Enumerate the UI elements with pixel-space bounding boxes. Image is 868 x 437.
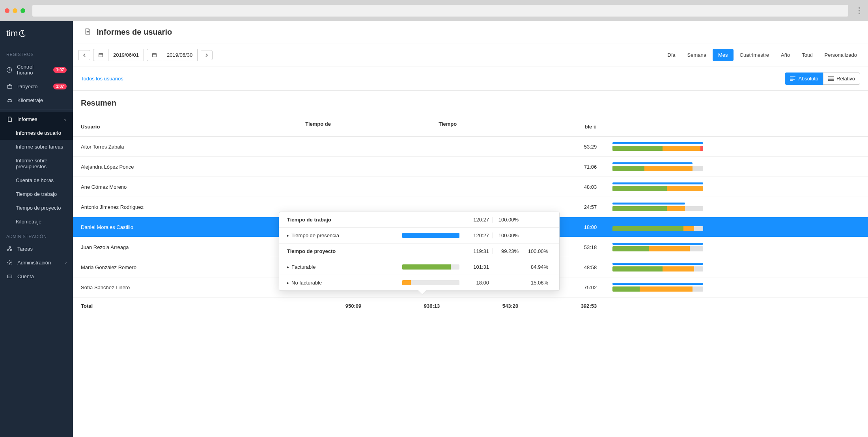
bar-stack (612, 166, 703, 171)
th-chart (605, 117, 868, 137)
browser-menu-icon[interactable] (855, 7, 863, 14)
cell-bars (605, 217, 868, 237)
date-from-picker[interactable] (93, 49, 108, 61)
cell-c5: 71:06 (526, 157, 605, 177)
period-cuatrimestre[interactable]: Cuatrimestre (734, 49, 775, 61)
browser-chrome (0, 0, 868, 21)
sidebar-item-informe-presupuestos[interactable]: Informe sobre presupuestos (0, 154, 73, 173)
date-toolbar: 2019/06/01 2019/06/30 Día Semana Mes Cua… (73, 43, 868, 67)
sidebar-item-tiempo-proyecto[interactable]: Tiempo de proyecto (0, 201, 73, 215)
sidebar-item-label: Cuenta (17, 273, 34, 279)
popover-row[interactable]: ▸Tiempo de presencia 120:27 100.00% (279, 228, 559, 244)
sidebar-item-kilometraje-2[interactable]: Kilometraje (0, 215, 73, 229)
th-ble[interactable]: ble⇅ (526, 117, 605, 137)
popover-label: Tiempo de trabajo (287, 217, 402, 223)
sidebar-item-informes[interactable]: Informes ⌄ (0, 112, 73, 126)
period-personalizado[interactable]: Personalizado (819, 49, 862, 61)
section-title: Resumen (73, 91, 868, 117)
sidebar-item-informes-usuario[interactable]: Informes de usuario (0, 126, 73, 140)
date-to-picker[interactable] (147, 49, 162, 61)
cell-bars (605, 177, 868, 197)
cell-user: Antonio Jimenez Rodriguez (73, 197, 267, 217)
popover-row[interactable]: ▸Facturable 101:31 84.94% (279, 259, 559, 275)
cell-c4 (448, 137, 526, 157)
period-dia[interactable]: Día (662, 49, 681, 61)
view-relativo[interactable]: Relativo (823, 73, 860, 85)
sidebar-item-kilometraje[interactable]: Kilometraje (0, 93, 73, 107)
svg-rect-7 (10, 249, 12, 251)
cell-bars (605, 157, 868, 177)
sidebar-item-label: Informe sobre tareas (16, 144, 63, 150)
cell-user: Alejandra López Ponce (73, 157, 267, 177)
chevron-right-icon (205, 53, 208, 57)
date-from-value[interactable]: 2019/06/01 (108, 49, 144, 61)
logo-clock-icon (19, 30, 26, 37)
cell-user: Aitor Torres Zabala (73, 137, 267, 157)
popover-row: Tiempo de trabajo 120:27 100.00% (279, 212, 559, 228)
sidebar-item-informe-tareas[interactable]: Informe sobre tareas (0, 140, 73, 154)
period-ano[interactable]: Año (775, 49, 795, 61)
clock-icon (6, 67, 12, 73)
sidebar-item-label: Tareas (17, 246, 33, 252)
view-absoluto[interactable]: Absoluto (785, 73, 823, 85)
table-row[interactable]: Aitor Torres Zabala 53:29 (73, 137, 868, 157)
bars-icon (828, 76, 834, 81)
window-maximize[interactable] (21, 8, 25, 13)
bar-blue (612, 142, 703, 144)
popover-value: 101:31 (467, 264, 492, 270)
sidebar-item-control-horario[interactable]: Control horario 1:07 (0, 60, 73, 80)
sidebar-item-cuenta-horas[interactable]: Cuenta de horas (0, 173, 73, 187)
period-semana[interactable]: Semana (682, 49, 712, 61)
bar-stack (612, 286, 703, 292)
topbar: Informes de usuario (73, 21, 868, 43)
bar-stack (612, 146, 703, 151)
table-row-total: Total 950:09 936:13 543:20 392:53 (73, 298, 868, 315)
cell-c5: 48:03 (526, 177, 605, 197)
window-close[interactable] (5, 8, 9, 13)
popover-row[interactable]: ▸No facturable 18:00 15.06% (279, 275, 559, 290)
svg-point-8 (9, 262, 10, 264)
cell-c4 (448, 177, 526, 197)
cell-total-c4: 543:20 (448, 298, 526, 315)
popover-value: 120:27 (467, 232, 492, 238)
popover-value: 120:27 (467, 217, 492, 223)
url-bar[interactable] (32, 5, 848, 17)
period-mes[interactable]: Mes (713, 49, 734, 61)
cell-total-label: Total (73, 298, 267, 315)
popover-row: Tiempo de proyecto 119:31 99.23% 100.00% (279, 244, 559, 259)
sidebar-item-label: Administración (17, 260, 51, 266)
sidebar-item-tiempo-trabajo[interactable]: Tiempo de trabajo (0, 187, 73, 201)
popover-bar (402, 233, 459, 238)
window-minimize[interactable] (13, 8, 17, 13)
sidebar-item-label: Informes de usuario (16, 130, 61, 136)
date-to-value[interactable]: 2019/06/30 (162, 49, 198, 61)
cell-user: Sofía Sánchez Linero (73, 277, 267, 298)
sidebar-item-label: Kilometraje (17, 97, 43, 103)
main-content: Informes de usuario 2019/06/01 2019/06/3… (73, 21, 868, 437)
cell-user: Juan Rezola Arreaga (73, 237, 267, 257)
cell-bars (605, 197, 868, 217)
chevron-left-icon (83, 53, 86, 57)
document-icon (84, 28, 91, 37)
cell-bars (605, 257, 868, 277)
cell-c4 (448, 157, 526, 177)
table-row[interactable]: Alejandra López Ponce 71:06 (73, 157, 868, 177)
sidebar-item-proyecto[interactable]: Proyecto 1:07 (0, 80, 73, 93)
th-usuario[interactable]: Usuario (73, 117, 267, 137)
table-row[interactable]: Ane Gómez Moreno 48:03 (73, 177, 868, 197)
all-users-link[interactable]: Todos los usuarios (81, 76, 123, 82)
sidebar-item-label: Kilometraje (16, 219, 41, 225)
card-icon (6, 273, 13, 279)
date-prev-button[interactable] (78, 50, 90, 60)
cell-user: Ane Gómez Moreno (73, 177, 267, 197)
cell-c2 (267, 137, 369, 157)
period-total[interactable]: Total (796, 49, 818, 61)
date-next-button[interactable] (201, 50, 213, 60)
cell-c2 (267, 157, 369, 177)
popover-bar (402, 280, 459, 285)
sidebar-item-cuenta[interactable]: Cuenta (0, 270, 73, 283)
bar-stack (612, 186, 703, 191)
popover-pct1: 100.00% (492, 217, 522, 223)
sidebar-item-administracion[interactable]: Administración › (0, 256, 73, 270)
sidebar-item-tareas[interactable]: Tareas (0, 242, 73, 256)
